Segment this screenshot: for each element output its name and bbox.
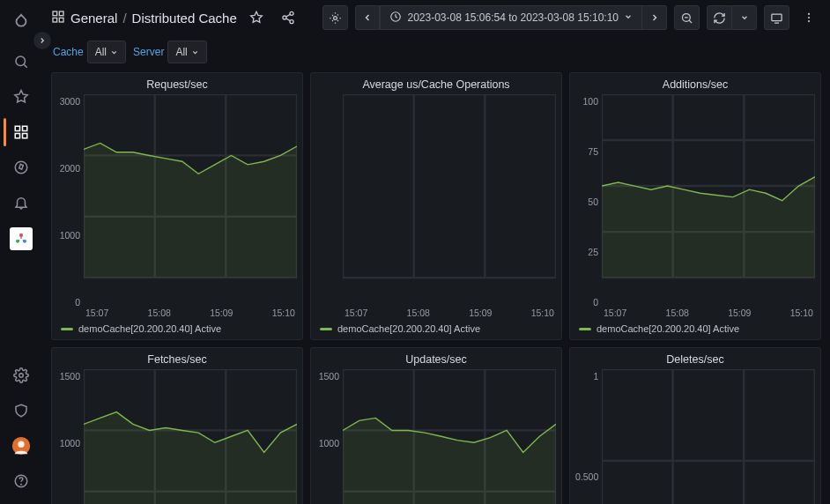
dashboards-icon[interactable] [4, 115, 39, 150]
svg-rect-16 [53, 18, 57, 22]
kebab-menu-button[interactable] [797, 5, 821, 30]
plugin-icon[interactable] [10, 227, 33, 250]
svg-point-19 [283, 16, 286, 19]
legend-color-swatch [320, 328, 332, 330]
zoom-out-button[interactable] [674, 5, 700, 30]
y-axis [316, 94, 343, 320]
variable-server: Server All [133, 41, 207, 63]
breadcrumb: General / Distributed Cache [51, 10, 237, 26]
svg-rect-15 [59, 11, 63, 16]
plot: 15:0715:0815:0915:10 [84, 369, 297, 504]
svg-point-21 [334, 16, 337, 19]
panel-avg-us[interactable]: Average us/Cache Operations15:0715:0815:… [310, 72, 562, 340]
breadcrumb-folder[interactable]: General [70, 11, 117, 26]
svg-point-20 [290, 20, 293, 24]
plot: 15:0715:0815:0915:10 [602, 369, 815, 504]
legend[interactable]: demoCache[20.200.20.40] Active [575, 320, 815, 336]
svg-rect-17 [59, 18, 63, 22]
panel-updates[interactable]: Updates/sec15001000500015:0715:0815:0915… [310, 347, 562, 504]
panel-additions[interactable]: Additions/sec100755025015:0715:0815:0915… [569, 72, 821, 340]
panel-title: Updates/sec [316, 352, 556, 369]
star-dashboard-button[interactable] [244, 5, 269, 30]
chart-area: 15001000500015:0715:0815:0915:10 [316, 369, 556, 504]
breadcrumb-separator: / [122, 11, 126, 26]
clock-icon [389, 11, 402, 26]
x-axis: 15:0715:0815:0915:10 [343, 308, 556, 320]
svg-rect-24 [772, 14, 782, 21]
svg-point-5 [15, 161, 27, 174]
svg-point-6 [19, 233, 23, 237]
svg-rect-3 [15, 134, 19, 138]
time-range-text: 2023-03-08 15:06:54 to 2023-03-08 15:10:… [407, 11, 619, 24]
user-avatar-icon[interactable] [4, 428, 39, 463]
panels-grid: Request/sec300020001000015:0715:0815:091… [42, 72, 830, 504]
plot: 15:0715:0815:0915:10 [343, 94, 556, 320]
variable-cache-select[interactable]: All [87, 41, 126, 63]
cycle-view-button[interactable] [764, 5, 789, 30]
explore-icon[interactable] [4, 150, 39, 185]
time-next-button[interactable] [642, 5, 667, 30]
help-icon[interactable] [4, 463, 39, 499]
variable-server-select[interactable]: All [167, 41, 206, 63]
panel-requests[interactable]: Request/sec300020001000015:0715:0815:091… [51, 72, 303, 340]
refresh-group [707, 5, 757, 30]
y-axis: 3000200010000 [57, 94, 84, 320]
variable-label: Cache [53, 46, 84, 58]
dashboard-settings-button[interactable] [322, 5, 348, 30]
svg-point-9 [19, 374, 24, 378]
y-axis: 1007550250 [575, 94, 602, 320]
x-axis: 15:0715:0815:0915:10 [84, 308, 297, 320]
dashboards-grid-icon [51, 10, 65, 26]
time-range-group: 2023-03-08 15:06:54 to 2023-03-08 15:10:… [355, 5, 667, 30]
variable-cache: Cache All [53, 41, 126, 63]
star-icon[interactable] [4, 79, 39, 115]
panel-title: Deletes/sec [575, 352, 815, 369]
chart-area: 10.500015:0715:0815:0915:10 [575, 369, 815, 504]
time-prev-button[interactable] [355, 5, 380, 30]
legend[interactable]: demoCache[20.200.20.40] Active [57, 320, 297, 336]
legend[interactable]: demoCache[20.200.20.40] Active [316, 320, 556, 336]
refresh-interval-button[interactable] [732, 5, 757, 30]
panel-title: Average us/Cache Operations [316, 77, 556, 94]
svg-point-11 [18, 441, 24, 448]
variable-value: All [95, 46, 107, 58]
panel-title: Additions/sec [575, 77, 815, 94]
settings-icon[interactable] [4, 358, 39, 393]
share-dashboard-button[interactable] [276, 5, 300, 30]
main-content: General / Distributed Cache 2023-03-08 1… [42, 0, 830, 504]
plot: 15:0715:0815:0915:10 [84, 94, 297, 320]
svg-point-13 [21, 484, 22, 485]
time-range-picker[interactable]: 2023-03-08 15:06:54 to 2023-03-08 15:10:… [380, 5, 642, 30]
search-icon[interactable] [4, 44, 39, 79]
template-variables-row: Cache All Server All [42, 35, 830, 72]
svg-point-25 [808, 13, 810, 15]
variable-label: Server [133, 46, 164, 58]
panel-deletes[interactable]: Deletes/sec10.500015:0715:0815:0915:10de… [569, 347, 821, 504]
legend-label: demoCache[20.200.20.40] Active [337, 323, 480, 334]
svg-rect-14 [53, 11, 57, 16]
variable-value: All [175, 46, 187, 58]
x-axis: 15:0715:0815:0915:10 [602, 308, 815, 320]
svg-point-0 [16, 56, 26, 66]
svg-point-26 [808, 17, 810, 19]
chart-area: 300020001000015:0715:0815:0915:10 [57, 94, 297, 320]
alerting-icon[interactable] [4, 185, 39, 220]
plot: 15:0715:0815:0915:10 [343, 369, 556, 504]
y-axis: 150010005000 [57, 369, 84, 504]
legend-color-swatch [579, 328, 591, 330]
topbar: General / Distributed Cache 2023-03-08 1… [42, 0, 830, 35]
grafana-logo[interactable] [4, 5, 39, 41]
svg-rect-1 [15, 126, 19, 130]
panel-fetches[interactable]: Fetches/sec15001000500015:0715:0815:0915… [51, 347, 303, 504]
svg-rect-4 [23, 134, 27, 138]
panel-title: Fetches/sec [57, 352, 297, 369]
legend-label: demoCache[20.200.20.40] Active [78, 323, 221, 334]
chart-area: 15001000500015:0715:0815:0915:10 [57, 369, 297, 504]
refresh-button[interactable] [707, 5, 732, 30]
breadcrumb-title[interactable]: Distributed Cache [132, 11, 237, 26]
legend-color-swatch [61, 328, 73, 330]
chart-area: 15:0715:0815:0915:10 [316, 94, 556, 320]
y-axis: 150010005000 [316, 369, 343, 504]
admin-shield-icon[interactable] [4, 393, 39, 428]
svg-rect-2 [23, 126, 27, 130]
